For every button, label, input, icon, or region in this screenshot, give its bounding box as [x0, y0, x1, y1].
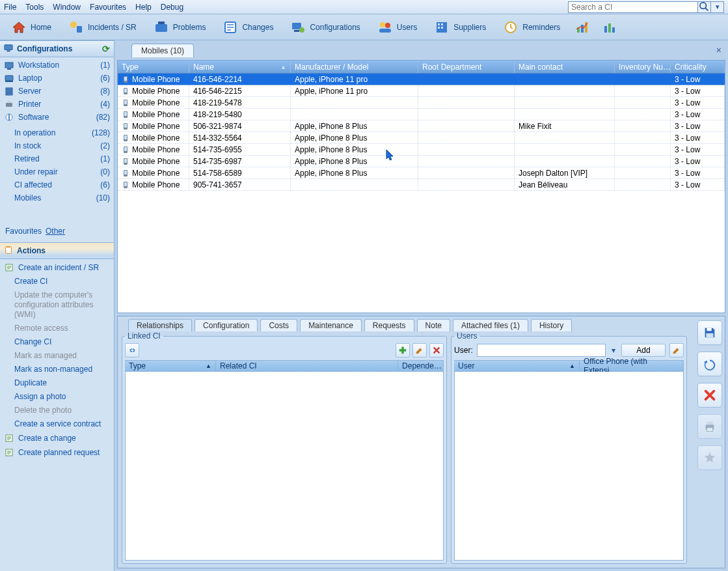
sidebar-filter-in-stock[interactable]: In stock(2) — [0, 139, 114, 152]
add-link-icon[interactable] — [396, 343, 410, 357]
refresh-icon[interactable]: ⟳ — [102, 44, 110, 54]
action-create-planned-request[interactable]: Create planned request — [0, 445, 114, 460]
table-row[interactable]: Mobile Phone416-546-2214Apple, iPhone 11… — [118, 74, 725, 85]
favourites-label[interactable]: Favourites — [5, 227, 42, 236]
add-user-button[interactable]: Add — [621, 344, 666, 357]
user-input[interactable] — [477, 344, 606, 357]
toolbar-suppliers[interactable]: Suppliers — [427, 16, 493, 38]
table-row[interactable]: Mobile Phone514-735-6987Apple, iPhone 8 … — [118, 156, 725, 167]
sidebar-cat-software[interactable]: Software(82) — [0, 111, 114, 124]
toolbar-users[interactable]: Users — [370, 16, 424, 38]
detail-tab-requests[interactable]: Requests — [364, 319, 414, 331]
toolbar-configurations[interactable]: Configurations — [283, 16, 367, 38]
users-icon — [377, 20, 393, 35]
table-row[interactable]: Mobile Phone514-735-6955Apple, iPhone 8 … — [118, 144, 725, 156]
menu-favourites[interactable]: Favourites — [90, 3, 126, 12]
col-root-department[interactable]: Root Department — [418, 61, 515, 73]
table-row[interactable]: Mobile Phone418-219-54783 - Low — [118, 97, 725, 109]
undo-button[interactable] — [697, 352, 722, 376]
print-button[interactable] — [697, 414, 722, 439]
sidebar-cat-printer[interactable]: Printer(4) — [0, 98, 114, 111]
delete-button[interactable] — [697, 383, 722, 408]
action-mark-as-non-managed[interactable]: Mark as non-managed — [0, 363, 114, 376]
search-input[interactable] — [568, 1, 698, 13]
linked-col-type[interactable]: Type▲ — [125, 361, 216, 371]
toolbar-label: Home — [31, 23, 51, 32]
search-icon[interactable] — [698, 1, 711, 13]
sidebar-filter-retired[interactable]: Retired(1) — [0, 152, 114, 165]
save-button[interactable] — [697, 320, 722, 345]
col-criticality[interactable]: Criticality — [671, 61, 725, 73]
toolbar-reminders[interactable]: Reminders — [496, 16, 567, 38]
link-icon[interactable] — [125, 343, 139, 357]
menu-file[interactable]: File — [4, 3, 16, 12]
sidebar-filter-in-operation[interactable]: In operation(128) — [0, 126, 114, 139]
menu-debug[interactable]: Debug — [161, 3, 183, 12]
sidebar-filter-ci-affected[interactable]: CI affected(6) — [0, 178, 114, 191]
sidebar-cat-workstation[interactable]: Workstation(1) — [0, 59, 114, 72]
action-assign-a-photo[interactable]: Assign a photo — [0, 390, 114, 404]
table-row[interactable]: Mobile Phone416-546-2215Apple, iPhone 11… — [118, 85, 725, 97]
chart-icon — [574, 20, 590, 35]
action-create-a-change[interactable]: Create a change — [0, 431, 114, 445]
sidebar-filter-mobiles[interactable]: Mobiles(10) — [0, 191, 114, 204]
users-col-user[interactable]: User▲ — [454, 361, 580, 371]
favourite-button[interactable] — [697, 445, 722, 470]
col-inventory[interactable]: Inventory Nu… — [615, 61, 671, 73]
phone-icon — [122, 158, 129, 165]
edit-user-icon[interactable] — [669, 343, 684, 357]
toolbar: HomeIncidents / SRProblemsChangesConfigu… — [0, 14, 728, 40]
table-row[interactable]: Mobile Phone506-321-9874Apple, iPhone 8 … — [118, 120, 725, 132]
col-type[interactable]: Type — [118, 61, 189, 73]
toolbar-label: Reminders — [522, 23, 560, 32]
detail-tab-history[interactable]: History — [531, 319, 572, 331]
phone-icon — [122, 111, 129, 118]
linked-col-related[interactable]: Related CI — [216, 361, 398, 371]
detail-tab-note[interactable]: Note — [417, 319, 450, 331]
sidebar-filter-under-repair[interactable]: Under repair(0) — [0, 165, 114, 178]
menu-tools[interactable]: Tools — [25, 3, 44, 12]
users-col-phone[interactable]: Office Phone (with Extensi… — [580, 361, 684, 371]
col-name[interactable]: Name▲ — [189, 61, 291, 73]
phone-icon — [122, 76, 129, 83]
favourites-other[interactable]: Other — [46, 227, 65, 236]
delete-link-icon[interactable] — [429, 343, 444, 357]
tab-close-icon[interactable]: × — [716, 45, 721, 55]
toolbar-problems[interactable]: Problems — [146, 16, 213, 38]
menu-help[interactable]: Help — [135, 3, 152, 12]
table-row[interactable]: Mobile Phone514-758-6589Apple, iPhone 8 … — [118, 167, 725, 179]
detail-tab-configuration[interactable]: Configuration — [195, 319, 258, 331]
col-manufacturer[interactable]: Manufacturer / Model — [291, 61, 418, 73]
table-row[interactable]: Mobile Phone418-219-54803 - Low — [118, 109, 725, 120]
toolbar-home[interactable]: Home — [4, 16, 59, 38]
detail-tab-attached-files-[interactable]: Attached files (1) — [453, 319, 528, 331]
toolbar-changes[interactable]: Changes — [215, 16, 280, 38]
dropdown-icon[interactable]: ▾ — [610, 346, 617, 355]
col-main-contact[interactable]: Main contact — [515, 61, 615, 73]
sidebar-cat-laptop[interactable]: Laptop(6) — [0, 72, 114, 85]
action-icon — [4, 447, 14, 458]
svg-point-2 — [70, 21, 77, 28]
tab-mobiles[interactable]: Mobiles (10) — [131, 44, 194, 57]
action-duplicate[interactable]: Duplicate — [0, 376, 114, 390]
action-create-a-service-contract[interactable]: Create a service contract — [0, 417, 114, 431]
table-row[interactable]: Mobile Phone514-332-5564Apple, iPhone 8 … — [118, 132, 725, 144]
linked-col-dependency[interactable]: Depende… — [398, 361, 444, 371]
linked-ci-fieldset: Linked CI — [122, 331, 447, 564]
menu-window[interactable]: Window — [53, 3, 81, 12]
action-create-an-incident-sr[interactable]: Create an incident / SR — [0, 260, 114, 275]
sidebar-cat-server[interactable]: Server(8) — [0, 85, 114, 98]
detail-tab-relationships[interactable]: Relationships — [128, 319, 192, 331]
toolbar-chart1[interactable] — [570, 16, 595, 38]
search-dropdown-icon[interactable]: ▾ — [711, 1, 724, 13]
toolbar-chart2[interactable] — [597, 16, 622, 38]
svg-rect-23 — [608, 23, 611, 33]
table-row[interactable]: Mobile Phone905-741-3657Jean Béliveau3 -… — [118, 179, 725, 191]
toolbar-label: Incidents / SR — [88, 23, 137, 32]
detail-tab-costs[interactable]: Costs — [260, 319, 297, 331]
action-create-ci[interactable]: Create CI — [0, 275, 114, 288]
action-change-ci[interactable]: Change CI — [0, 335, 114, 349]
toolbar-incidents[interactable]: Incidents / SR — [61, 16, 144, 38]
edit-link-icon[interactable] — [412, 343, 427, 357]
detail-tab-maintenance[interactable]: Maintenance — [300, 319, 362, 331]
